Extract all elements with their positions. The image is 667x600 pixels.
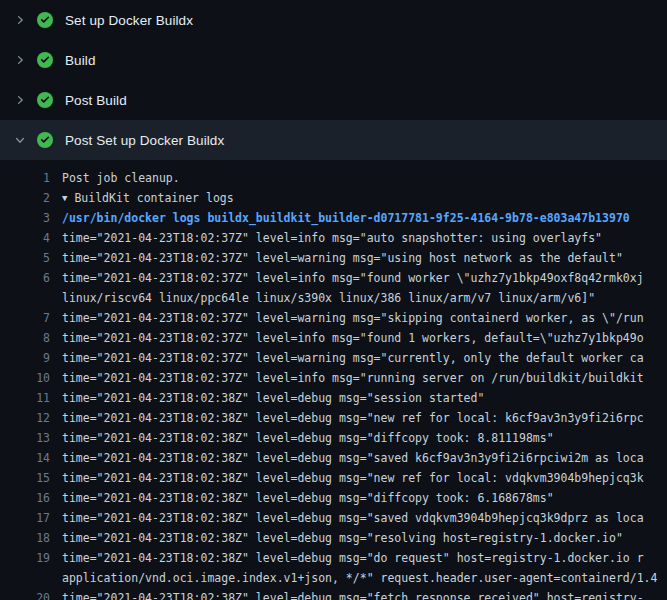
log-line: 16 time="2021-04-23T18:02:38Z" level=deb… [0,488,667,508]
log-line: 7 time="2021-04-23T18:02:37Z" level=warn… [0,308,667,328]
log-line: 8 time="2021-04-23T18:02:37Z" level=info… [0,328,667,348]
step-header-post-build[interactable]: Post Build [0,80,667,120]
log-line-number[interactable]: 9 [0,348,62,368]
log-area[interactable]: 1 Post job cleanup. 2 ▼ BuildKit contain… [0,160,667,600]
log-line-text: time="2021-04-23T18:02:38Z" level=debug … [62,588,644,600]
step-label: Build [65,53,96,68]
log-line: 3 /usr/bin/docker logs buildx_buildkit_b… [0,208,667,228]
step-label: Set up Docker Buildx [65,13,193,28]
log-line: 6 time="2021-04-23T18:02:37Z" level=info… [0,268,667,288]
success-check-icon [37,92,53,108]
log-line-text: BuildKit container logs [74,188,233,208]
success-check-icon [37,12,53,28]
success-check-icon [37,52,53,68]
log-line-text: time="2021-04-23T18:02:38Z" level=debug … [62,468,644,488]
step-header-build[interactable]: Build [0,40,667,80]
log-line-text: time="2021-04-23T18:02:37Z" level=info m… [62,228,602,248]
log-line-text: time="2021-04-23T18:02:38Z" level=debug … [62,388,484,408]
chevron-icon[interactable] [12,52,28,68]
log-line: 12 time="2021-04-23T18:02:38Z" level=deb… [0,408,667,428]
step-header-set-up-docker-buildx[interactable]: Set up Docker Buildx [0,0,667,40]
chevron-icon[interactable] [12,132,28,148]
step-header-post-set-up-docker-buildx[interactable]: Post Set up Docker Buildx [0,120,667,160]
log-line-number[interactable]: 2 [0,188,62,208]
log-line-text: application/vnd.oci.image.index.v1+json,… [62,568,657,588]
log-line-text: time="2021-04-23T18:02:37Z" level=info m… [62,268,644,288]
chevron-icon[interactable] [12,12,28,28]
log-line-number[interactable]: 1 [0,168,62,188]
log-line-text: time="2021-04-23T18:02:38Z" level=debug … [62,408,644,428]
log-line-text: time="2021-04-23T18:02:37Z" level=warnin… [62,348,644,368]
log-line-text: time="2021-04-23T18:02:37Z" level=warnin… [62,308,644,328]
log-line-number[interactable]: 19 [0,548,62,568]
log-line-text: time="2021-04-23T18:02:38Z" level=debug … [62,528,623,548]
group-caret-icon[interactable]: ▼ [62,188,67,208]
log-line[interactable]: 2 ▼ BuildKit container logs [0,188,667,208]
log-line-text: time="2021-04-23T18:02:38Z" level=debug … [62,508,644,528]
log-line-number[interactable]: 14 [0,448,62,468]
log-line-number[interactable]: 16 [0,488,62,508]
step-label: Post Build [65,93,127,108]
success-check-icon [37,132,53,148]
log-line: 11 time="2021-04-23T18:02:38Z" level=deb… [0,388,667,408]
log-line: 15 time="2021-04-23T18:02:38Z" level=deb… [0,468,667,488]
log-line: 9 time="2021-04-23T18:02:37Z" level=warn… [0,348,667,368]
log-line-text: time="2021-04-23T18:02:38Z" level=debug … [62,488,554,508]
log-line-number[interactable]: 4 [0,228,62,248]
log-line-number[interactable]: 13 [0,428,62,448]
log-line-number[interactable]: 7 [0,308,62,328]
log-line: 20 time="2021-04-23T18:02:38Z" level=deb… [0,588,667,600]
log-line: 1 Post job cleanup. [0,168,667,188]
log-line-number[interactable]: 20 [0,588,62,600]
log-line: 19 time="2021-04-23T18:02:38Z" level=deb… [0,548,667,568]
log-line-text: time="2021-04-23T18:02:38Z" level=debug … [62,448,644,468]
log-line-text: time="2021-04-23T18:02:37Z" level=warnin… [62,248,623,268]
log-line-text: linux/riscv64 linux/ppc64le linux/s390x … [62,288,595,308]
log-line: linux/riscv64 linux/ppc64le linux/s390x … [0,288,667,308]
chevron-icon[interactable] [12,92,28,108]
log-line-number[interactable] [0,568,62,588]
log-line-text: time="2021-04-23T18:02:38Z" level=debug … [62,548,644,568]
log-line: 18 time="2021-04-23T18:02:38Z" level=deb… [0,528,667,548]
step-label: Post Set up Docker Buildx [65,133,224,148]
log-line: 13 time="2021-04-23T18:02:38Z" level=deb… [0,428,667,448]
log-line: 10 time="2021-04-23T18:02:37Z" level=inf… [0,368,667,388]
log-lines: 1 Post job cleanup. 2 ▼ BuildKit contain… [0,168,667,600]
log-line-number[interactable]: 10 [0,368,62,388]
log-line: application/vnd.oci.image.index.v1+json,… [0,568,667,588]
log-line-number[interactable] [0,288,62,308]
log-line-number[interactable]: 11 [0,388,62,408]
step-list: Set up Docker Buildx Build P [0,0,667,160]
log-line-number[interactable]: 18 [0,528,62,548]
log-line-text: Post job cleanup. [62,168,180,188]
log-line-number[interactable]: 6 [0,268,62,288]
log-line-number[interactable]: 15 [0,468,62,488]
log-line: 4 time="2021-04-23T18:02:37Z" level=info… [0,228,667,248]
log-line-text: time="2021-04-23T18:02:38Z" level=debug … [62,428,554,448]
log-line-text: time="2021-04-23T18:02:37Z" level=info m… [62,368,644,388]
log-line-number[interactable]: 12 [0,408,62,428]
log-line: 14 time="2021-04-23T18:02:38Z" level=deb… [0,448,667,468]
log-line-number[interactable]: 8 [0,328,62,348]
workflow-log-viewer: Set up Docker Buildx Build P [0,0,667,600]
log-line-number[interactable]: 17 [0,508,62,528]
log-line: 5 time="2021-04-23T18:02:37Z" level=warn… [0,248,667,268]
log-line-number[interactable]: 5 [0,248,62,268]
log-line: 17 time="2021-04-23T18:02:38Z" level=deb… [0,508,667,528]
log-line-text: time="2021-04-23T18:02:37Z" level=info m… [62,328,644,348]
log-line-text: /usr/bin/docker logs buildx_buildkit_bui… [62,208,630,228]
log-line-number[interactable]: 3 [0,208,62,228]
